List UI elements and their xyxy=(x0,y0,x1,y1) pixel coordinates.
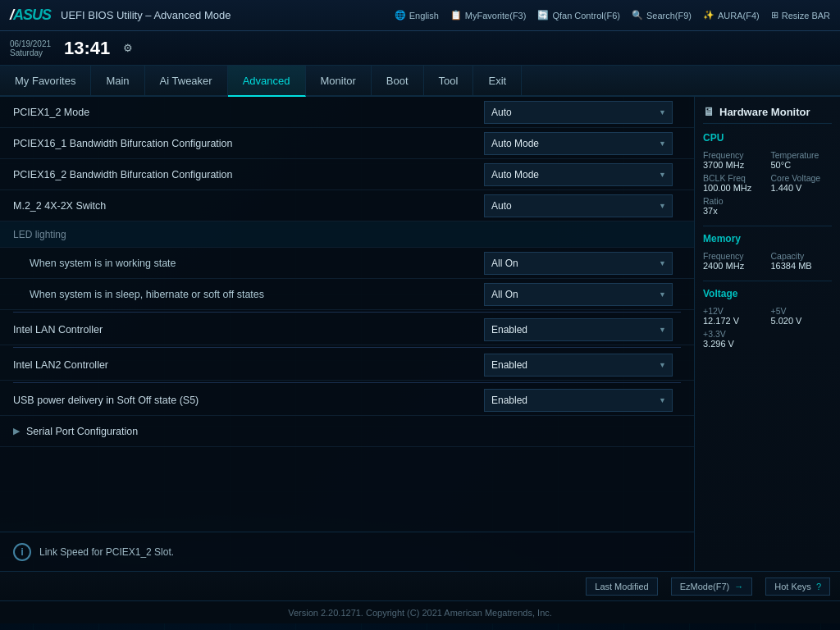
myfavorite-btn[interactable]: 📋 MyFavorite(F3) xyxy=(450,10,527,21)
header-controls: 🌐 English 📋 MyFavorite(F3) 🔄 Qfan Contro… xyxy=(395,10,830,21)
intel-lan2-value: Enabled Disabled xyxy=(484,354,681,377)
mem-capacity-item: Capacity 16384 MB xyxy=(771,251,833,271)
footer: Version 2.20.1271. Copyright (C) 2021 Am… xyxy=(0,600,840,623)
date-display: 06/19/2021 Saturday xyxy=(10,39,51,57)
v33-item: +3.3V 3.296 V xyxy=(703,329,832,349)
serial-port-config-row[interactable]: ▶ Serial Port Configuration xyxy=(0,416,694,447)
intel-lan-select[interactable]: Enabled Disabled xyxy=(484,318,673,341)
memory-grid: Frequency 2400 MHz Capacity 16384 MB xyxy=(703,251,832,271)
m22-switch-row: M.2_2 4X-2X Switch Auto 4X Mode 2X Mode xyxy=(0,190,694,221)
nav-boot[interactable]: Boot xyxy=(372,66,424,95)
intel-lan-row: Intel LAN Controller Enabled Disabled xyxy=(0,314,694,345)
content-column: PCIEX1_2 Mode Auto PCIe x1 Mode PCIe x2 … xyxy=(0,97,694,571)
pciex16-1-bifurcation-select[interactable]: Auto Mode x8/x8 x8/x4/x4 xyxy=(484,132,673,155)
search-icon: 🔍 xyxy=(632,10,643,21)
nav-advanced[interactable]: Advanced xyxy=(228,66,306,97)
pciex16-1-bifurcation-label: PCIEX16_1 Bandwidth Bifurcation Configur… xyxy=(13,138,484,149)
ez-mode-arrow-icon: → xyxy=(734,582,743,591)
intel-lan2-row: Intel LAN2 Controller Enabled Disabled xyxy=(0,349,694,381)
intel-lan2-select[interactable]: Enabled Disabled xyxy=(484,354,673,377)
led-working-state-label: When system is in working state xyxy=(30,258,484,269)
usb-power-select-wrapper: Enabled Disabled xyxy=(484,389,673,412)
last-modified-btn[interactable]: Last Modified xyxy=(586,578,657,596)
hot-keys-icon: ? xyxy=(816,582,821,591)
nav-ai-tweaker[interactable]: Ai Tweaker xyxy=(145,66,228,95)
clock-settings-icon[interactable]: ⚙ xyxy=(123,42,133,54)
led-sleep-state-value: All On All Off Aura Effect xyxy=(484,283,681,306)
pciex1-2-mode-select[interactable]: Auto PCIe x1 Mode PCIe x2 Mode xyxy=(484,101,673,124)
monitor-icon: 🖥 xyxy=(703,105,714,118)
resize-bar-btn[interactable]: ⊞ Resize BAR xyxy=(771,10,830,21)
info-bar: i Link Speed for PCIEX1_2 Slot. xyxy=(0,532,694,571)
info-text: Link Speed for PCIEX1_2 Slot. xyxy=(39,546,174,558)
hot-keys-btn[interactable]: Hot Keys ? xyxy=(765,578,830,596)
voltage-section: Voltage +12V 12.172 V +5V 5.020 V +3.3V … xyxy=(703,288,832,349)
led-working-select-wrapper: All On All Off Aura Effect xyxy=(484,252,673,275)
pciex16-2-bifurcation-select-wrapper: Auto Mode x8/x8 x8/x4/x4 xyxy=(484,163,673,186)
nav-my-favorites[interactable]: My Favorites xyxy=(0,66,91,95)
cpu-grid: Frequency 3700 MHz Temperature 50°C BCLK… xyxy=(703,150,832,193)
led-sleep-select[interactable]: All On All Off Aura Effect xyxy=(484,283,673,306)
divider-3 xyxy=(13,382,681,383)
serial-port-config-label: Serial Port Configuration xyxy=(26,426,138,437)
usb-power-row: USB power delivery in Soft Off state (S5… xyxy=(0,385,694,416)
clock-area: 06/19/2021 Saturday 13:41 ⚙ xyxy=(0,31,840,66)
ez-mode-btn[interactable]: EzMode(F7) → xyxy=(671,578,753,596)
pciex16-2-bifurcation-select[interactable]: Auto Mode x8/x8 x8/x4/x4 xyxy=(484,163,673,186)
led-lighting-label: LED lighting xyxy=(13,229,681,240)
voltage-section-title: Voltage xyxy=(703,288,832,301)
pciex16-1-bifurcation-row: PCIEX16_1 Bandwidth Bifurcation Configur… xyxy=(0,128,694,159)
aura-btn[interactable]: ✨ AURA(F4) xyxy=(703,10,760,21)
led-working-state-value: All On All Off Aura Effect xyxy=(484,252,681,275)
pciex16-2-bifurcation-row: PCIEX16_2 Bandwidth Bifurcation Configur… xyxy=(0,159,694,190)
hw-divider-2 xyxy=(703,281,832,281)
usb-power-value: Enabled Disabled xyxy=(484,389,681,412)
hardware-monitor-title: 🖥 Hardware Monitor xyxy=(703,105,832,124)
m22-switch-select[interactable]: Auto 4X Mode 2X Mode xyxy=(484,194,673,217)
usb-power-select[interactable]: Enabled Disabled xyxy=(484,389,673,412)
date-time: 06/19/2021 Saturday xyxy=(10,39,51,57)
header: /ASUS UEFI BIOS Utility – Advanced Mode … xyxy=(0,0,840,31)
intel-lan-value: Enabled Disabled xyxy=(484,318,681,341)
pciex1-2-mode-row: PCIEX1_2 Mode Auto PCIe x1 Mode PCIe x2 … xyxy=(0,97,694,128)
led-sleep-state-row: When system is in sleep, hibernate or so… xyxy=(0,279,694,310)
led-lighting-section: LED lighting xyxy=(0,221,694,248)
search-btn[interactable]: 🔍 Search(F9) xyxy=(632,10,692,21)
mem-freq-item: Frequency 2400 MHz xyxy=(703,251,765,271)
memory-section: Memory Frequency 2400 MHz Capacity 16384… xyxy=(703,233,832,271)
cpu-bclk-label: BCLK Freq 100.00 MHz xyxy=(703,173,765,193)
m22-switch-value: Auto 4X Mode 2X Mode xyxy=(484,194,681,217)
settings-content: PCIEX1_2 Mode Auto PCIe x1 Mode PCIe x2 … xyxy=(0,97,694,532)
led-working-state-row: When system is in working state All On A… xyxy=(0,248,694,279)
usb-power-label: USB power delivery in Soft Off state (S5… xyxy=(13,395,484,406)
nav-exit[interactable]: Exit xyxy=(473,66,522,95)
pciex16-2-bifurcation-label: PCIEX16_2 Bandwidth Bifurcation Configur… xyxy=(13,169,484,180)
pciex1-2-mode-value: Auto PCIe x1 Mode PCIe x2 Mode xyxy=(484,101,681,124)
v12-item: +12V 12.172 V xyxy=(703,306,765,326)
pciex1-2-mode-select-wrapper: Auto PCIe x1 Mode PCIe x2 Mode xyxy=(484,101,673,124)
hardware-monitor-sidebar: 🖥 Hardware Monitor CPU Frequency 3700 MH… xyxy=(694,97,840,571)
pciex16-1-bifurcation-value: Auto Mode x8/x8 x8/x4/x4 xyxy=(484,132,681,155)
cpu-corevolt-label: Core Voltage 1.440 V xyxy=(771,173,833,193)
info-icon: i xyxy=(13,543,31,561)
led-working-select[interactable]: All On All Off Aura Effect xyxy=(484,252,673,275)
voltage-grid-top: +12V 12.172 V +5V 5.020 V xyxy=(703,306,832,326)
nav-tool[interactable]: Tool xyxy=(424,66,474,95)
bios-title: UEFI BIOS Utility – Advanced Mode xyxy=(61,9,385,21)
main-layout: PCIEX1_2 Mode Auto PCIe x1 Mode PCIe x2 … xyxy=(0,97,840,571)
v5-item: +5V 5.020 V xyxy=(771,306,833,326)
resize-icon: ⊞ xyxy=(771,10,778,21)
cpu-ratio-item: Ratio 37x xyxy=(703,196,832,216)
pciex16-1-bifurcation-select-wrapper: Auto Mode x8/x8 x8/x4/x4 xyxy=(484,132,673,155)
nav-monitor[interactable]: Monitor xyxy=(306,66,372,95)
m22-switch-select-wrapper: Auto 4X Mode 2X Mode xyxy=(484,194,673,217)
language-selector[interactable]: 🌐 English xyxy=(395,10,439,21)
nav-main[interactable]: Main xyxy=(91,66,144,95)
divider-2 xyxy=(13,347,681,348)
cpu-temp-label: Temperature 50°C xyxy=(771,150,833,170)
qfan-btn[interactable]: 🔄 Qfan Control(F6) xyxy=(537,10,620,21)
navbar: My Favorites Main Ai Tweaker Advanced Mo… xyxy=(0,66,840,97)
expand-arrow-icon: ▶ xyxy=(13,426,20,436)
intel-lan2-select-wrapper: Enabled Disabled xyxy=(484,354,673,377)
memory-section-title: Memory xyxy=(703,233,832,246)
